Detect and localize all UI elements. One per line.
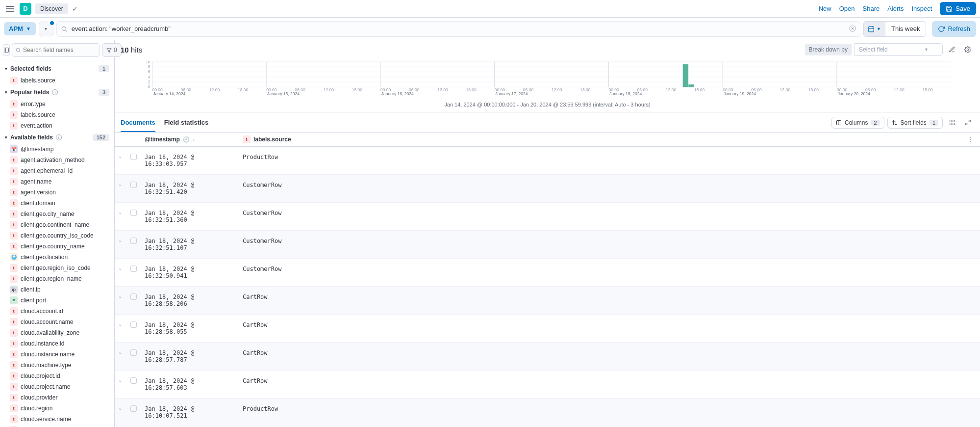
save-button[interactable]: Save: [940, 2, 976, 15]
date-quick-button[interactable]: ▼: [863, 21, 885, 37]
expand-row-icon[interactable]: ›: [117, 379, 124, 383]
th-timestamp[interactable]: @timestamp 🕘 ↓: [141, 133, 239, 147]
field-item[interactable]: t cloud.service.name: [0, 414, 114, 425]
row-checkbox[interactable]: [130, 377, 137, 384]
add-filter-button[interactable]: ▾: [39, 22, 53, 36]
expand-row-icon[interactable]: ›: [117, 212, 124, 215]
link-new[interactable]: New: [819, 5, 831, 12]
expand-row-icon[interactable]: ›: [117, 323, 124, 327]
table-row[interactable]: › Jan 18, 2024 @ 16:32:51.107 CustomerRo…: [115, 231, 980, 259]
row-checkbox[interactable]: [130, 294, 137, 300]
expand-row-icon[interactable]: ›: [117, 240, 124, 243]
field-item[interactable]: t cloud.instance.id: [0, 338, 114, 349]
sort-button[interactable]: Sort fields 1: [887, 117, 943, 129]
field-item[interactable]: t error.type: [0, 99, 114, 109]
field-item[interactable]: t cloud.availability_zone: [0, 327, 114, 338]
link-alerts[interactable]: Alerts: [887, 5, 904, 12]
row-checkbox[interactable]: [130, 266, 137, 272]
field-search-input[interactable]: [23, 47, 97, 53]
svg-text:4: 4: [148, 75, 151, 80]
field-item[interactable]: t container.id: [0, 425, 114, 427]
collapse-sidebar-button[interactable]: [3, 44, 10, 56]
expand-row-icon[interactable]: ›: [117, 407, 124, 411]
table-row[interactable]: › Jan 18, 2024 @ 16:33:03.957 ProductRow: [115, 147, 980, 175]
table-row[interactable]: › Jan 18, 2024 @ 16:10:07.521 ProductRow: [115, 399, 980, 427]
breakdown-select[interactable]: Select field ▼: [854, 43, 943, 56]
table-row[interactable]: › Jan 18, 2024 @ 16:28:58.055 CartRow: [115, 315, 980, 343]
expand-row-icon[interactable]: ›: [117, 184, 124, 187]
field-item[interactable]: t labels.source: [0, 109, 114, 120]
table-row[interactable]: › Jan 18, 2024 @ 16:32:51.420 CustomerRo…: [115, 175, 980, 203]
field-item[interactable]: t agent.ephemeral_id: [0, 165, 114, 176]
menu-icon[interactable]: [4, 3, 16, 15]
display-options-button[interactable]: [946, 116, 958, 129]
field-item[interactable]: ip client.ip: [0, 284, 114, 295]
fullscreen-button[interactable]: [961, 116, 974, 129]
expand-row-icon[interactable]: ›: [117, 295, 124, 299]
field-item[interactable]: t cloud.project.id: [0, 371, 114, 381]
date-range[interactable]: This week: [885, 21, 927, 37]
link-open[interactable]: Open: [839, 5, 855, 12]
column-menu-icon[interactable]: ⋮: [964, 136, 976, 143]
field-item[interactable]: t cloud.account.id: [0, 306, 114, 317]
field-item[interactable]: t cloud.region: [0, 403, 114, 414]
query-input[interactable]: [72, 25, 845, 32]
field-item[interactable]: t client.geo.city_name: [0, 209, 114, 219]
row-checkbox[interactable]: [130, 154, 137, 160]
row-checkbox[interactable]: [130, 349, 137, 356]
field-item[interactable]: t client.geo.continent_name: [0, 219, 114, 230]
table-row[interactable]: › Jan 18, 2024 @ 16:28:57.603 CartRow: [115, 371, 980, 399]
field-item[interactable]: # client.port: [0, 295, 114, 306]
tab-field-statistics[interactable]: Field statistics: [164, 114, 208, 132]
table-row[interactable]: › Jan 18, 2024 @ 16:28:58.206 CartRow: [115, 287, 980, 315]
expand-row-icon[interactable]: ›: [117, 351, 124, 355]
field-item[interactable]: t client.geo.region_iso_code: [0, 263, 114, 273]
expand-row-icon[interactable]: ›: [117, 156, 124, 159]
cell-source: CustomerRow: [239, 175, 960, 203]
table-row[interactable]: › Jan 18, 2024 @ 16:32:51.360 CustomerRo…: [115, 203, 980, 231]
field-item[interactable]: t client.geo.region_name: [0, 273, 114, 284]
app-logo[interactable]: D: [20, 3, 31, 15]
th-labels-source[interactable]: t labels.source: [239, 133, 960, 147]
field-item[interactable]: t client.domain: [0, 198, 114, 209]
edit-visualization-button[interactable]: [946, 43, 958, 56]
expand-row-icon[interactable]: ›: [117, 267, 124, 271]
refresh-button[interactable]: Refresh: [932, 21, 976, 37]
breadcrumb[interactable]: Discover: [35, 3, 68, 14]
clear-query-icon[interactable]: ⓧ: [849, 25, 856, 33]
dataview-selector[interactable]: APM ▼: [4, 22, 36, 35]
field-item[interactable]: t cloud.account.name: [0, 317, 114, 327]
table-row[interactable]: › Jan 18, 2024 @ 16:28:57.787 CartRow: [115, 343, 980, 371]
row-checkbox[interactable]: [130, 210, 137, 216]
section-header-popular[interactable]: ▾ Popular fieldsi 3: [0, 86, 114, 99]
field-item[interactable]: t agent.name: [0, 176, 114, 187]
field-item[interactable]: t agent.version: [0, 187, 114, 198]
link-inspect[interactable]: Inspect: [911, 5, 932, 12]
row-checkbox[interactable]: [130, 321, 137, 328]
sidebar-scroll[interactable]: ▾ Selected fields 1 t labels.source ▾ Po…: [0, 60, 114, 427]
cell-source: CustomerRow: [239, 203, 960, 231]
field-item[interactable]: t client.geo.country_name: [0, 241, 114, 252]
field-item[interactable]: t cloud.machine.type: [0, 360, 114, 371]
field-item[interactable]: t cloud.provider: [0, 392, 114, 403]
row-checkbox[interactable]: [130, 238, 137, 244]
field-item[interactable]: t cloud.instance.name: [0, 349, 114, 360]
field-item[interactable]: t cloud.project.name: [0, 381, 114, 392]
field-item[interactable]: 📅 @timestamp: [0, 144, 114, 155]
row-checkbox[interactable]: [130, 182, 137, 188]
field-item[interactable]: t event.action: [0, 120, 114, 131]
field-item[interactable]: t client.geo.country_iso_code: [0, 230, 114, 241]
table-wrap[interactable]: @timestamp 🕘 ↓ t labels.source: [115, 133, 980, 427]
tab-documents[interactable]: Documents: [121, 114, 155, 132]
histogram-chart[interactable]: 024681000:0006:0012:0018:00January 14, 2…: [115, 59, 980, 113]
section-header-selected[interactable]: ▾ Selected fields 1: [0, 62, 114, 75]
field-item[interactable]: 🌐 client.geo.location: [0, 252, 114, 263]
field-item[interactable]: t labels.source: [0, 75, 114, 86]
row-checkbox[interactable]: [130, 405, 137, 412]
chart-options-button[interactable]: [961, 43, 974, 56]
section-header-available[interactable]: ▾ Available fieldsi 152: [0, 131, 114, 144]
table-row[interactable]: › Jan 18, 2024 @ 16:32:50.941 CustomerRo…: [115, 259, 980, 287]
link-share[interactable]: Share: [863, 5, 880, 12]
field-item[interactable]: t agent.activation_method: [0, 155, 114, 165]
columns-button[interactable]: Columns 2: [831, 117, 884, 129]
